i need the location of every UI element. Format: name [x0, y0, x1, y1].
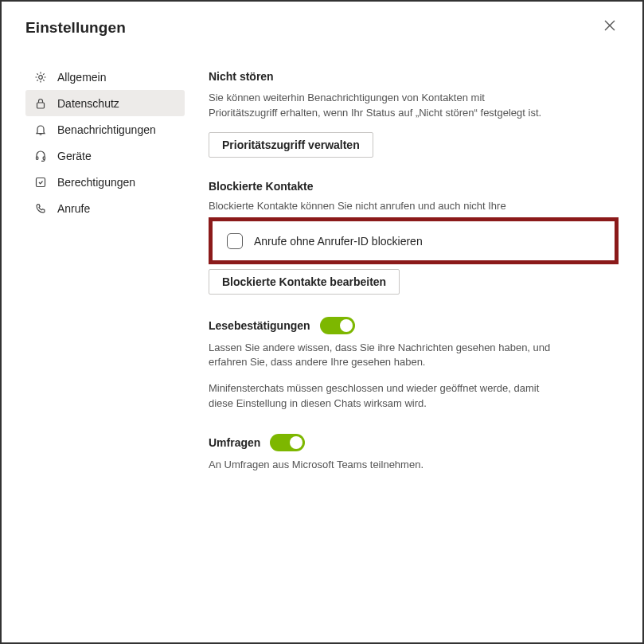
read-receipts-description-2: Minifensterchats müssen geschlossen und … — [209, 381, 551, 412]
sidebar-item-label: Datenschutz — [57, 97, 119, 110]
surveys-title: Umfragen — [209, 436, 260, 449]
settings-window: Einstellungen Allgemein — [0, 0, 644, 644]
section-blocked-contacts: Blockierte Kontakte Blockierte Kontakte … — [209, 180, 619, 295]
bell-icon — [33, 123, 48, 137]
block-no-caller-id-row[interactable]: Anrufe ohne Anrufer-ID blockieren — [227, 233, 600, 249]
read-receipts-description-1: Lassen Sie andere wissen, dass Sie ihre … — [209, 341, 551, 371]
sidebar-item-privacy[interactable]: Datenschutz — [25, 90, 185, 116]
sidebar-item-label: Benachrichtigungen — [57, 123, 156, 136]
read-receipts-title: Lesebestätigungen — [209, 319, 310, 332]
headset-icon — [33, 149, 48, 163]
surveys-description: An Umfragen aus Microsoft Teams teilnehm… — [209, 458, 551, 473]
blocked-title: Blockierte Kontakte — [209, 180, 619, 193]
highlight-annotation: Anrufe ohne Anrufer-ID blockieren — [209, 217, 619, 264]
blocked-description: Blockierte Kontakte können Sie nicht anr… — [209, 199, 551, 214]
read-receipts-header: Lesebestätigungen — [209, 317, 355, 334]
edit-blocked-contacts-button[interactable]: Blockierte Kontakte bearbeiten — [209, 269, 400, 295]
svg-rect-5 — [43, 157, 45, 159]
close-button[interactable] — [599, 16, 620, 37]
svg-rect-3 — [37, 103, 45, 108]
block-no-caller-id-checkbox[interactable] — [227, 233, 243, 249]
sidebar-item-label: Berechtigungen — [57, 176, 135, 189]
sidebar-item-label: Allgemein — [57, 71, 106, 84]
sidebar-item-label: Anrufe — [57, 202, 90, 215]
close-icon — [604, 20, 615, 33]
settings-layout: Allgemein Datenschutz — [25, 64, 619, 495]
settings-main: Nicht stören Sie können weiterhin Benach… — [209, 64, 619, 495]
block-no-caller-id-label: Anrufe ohne Anrufer-ID blockieren — [254, 235, 423, 248]
sidebar-item-general[interactable]: Allgemein — [25, 64, 185, 90]
page-title: Einstellungen — [25, 19, 619, 37]
lock-icon — [33, 96, 48, 111]
phone-icon — [33, 201, 48, 216]
surveys-header: Umfragen — [209, 434, 305, 451]
sidebar-item-calls[interactable]: Anrufe — [25, 195, 185, 221]
settings-sidebar: Allgemein Datenschutz — [25, 64, 185, 495]
sidebar-item-notifications[interactable]: Benachrichtigungen — [25, 116, 185, 142]
section-surveys: Umfragen An Umfragen aus Microsoft Teams… — [209, 434, 619, 473]
dnd-description: Sie können weiterhin Benachrichtigungen … — [209, 91, 551, 121]
sidebar-item-devices[interactable]: Geräte — [25, 142, 185, 169]
dnd-title: Nicht stören — [209, 70, 619, 83]
section-do-not-disturb: Nicht stören Sie können weiterhin Benach… — [209, 70, 619, 158]
read-receipts-toggle[interactable] — [320, 317, 355, 334]
svg-point-2 — [39, 75, 43, 79]
svg-rect-4 — [37, 157, 38, 159]
sidebar-item-permissions[interactable]: Berechtigungen — [25, 169, 185, 195]
manage-priority-access-button[interactable]: Prioritätszugriff verwalten — [209, 132, 373, 158]
sidebar-item-label: Geräte — [57, 150, 92, 162]
gear-icon — [33, 70, 48, 84]
section-read-receipts: Lesebestätigungen Lassen Sie andere wiss… — [209, 317, 619, 412]
permissions-icon — [33, 175, 48, 189]
surveys-toggle[interactable] — [270, 434, 305, 451]
svg-rect-6 — [37, 178, 45, 186]
